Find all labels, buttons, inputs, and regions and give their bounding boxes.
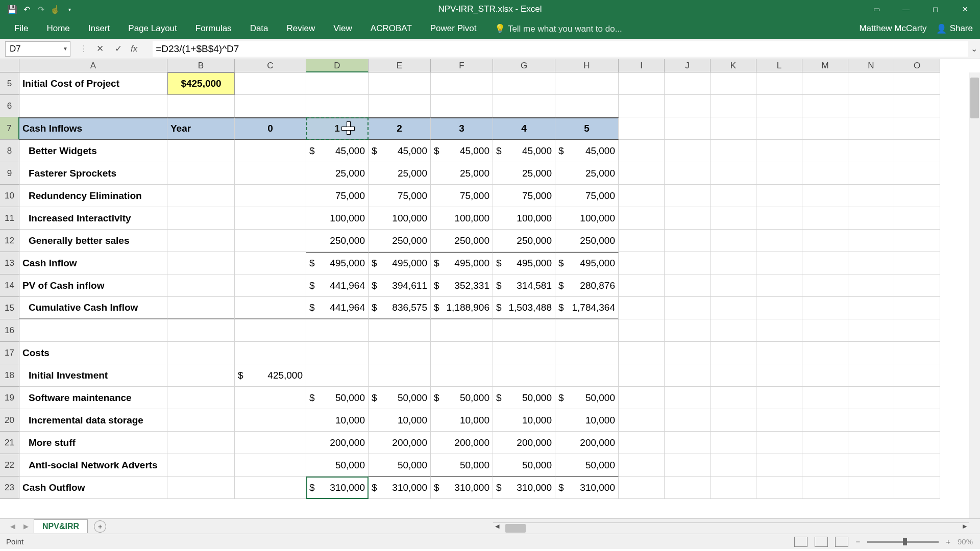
- zoom-out-icon[interactable]: −: [855, 537, 860, 546]
- cell[interactable]: [167, 409, 235, 432]
- cell[interactable]: [802, 162, 848, 185]
- row-header-12[interactable]: 12: [0, 230, 19, 252]
- cell[interactable]: [894, 297, 940, 319]
- cell[interactable]: [167, 230, 235, 252]
- page-layout-view-icon[interactable]: [815, 537, 828, 547]
- cell[interactable]: [802, 117, 848, 140]
- row-header-19[interactable]: 19: [0, 387, 19, 409]
- vertical-scrollbar[interactable]: [969, 72, 980, 518]
- row-header-13[interactable]: 13: [0, 252, 19, 274]
- cell[interactable]: [665, 297, 710, 319]
- cell[interactable]: [235, 387, 306, 409]
- cell[interactable]: [756, 409, 802, 432]
- cell[interactable]: [619, 409, 665, 432]
- cell[interactable]: [802, 274, 848, 297]
- cell[interactable]: [619, 162, 665, 185]
- cell[interactable]: $495,000: [306, 252, 369, 274]
- cell[interactable]: [848, 162, 894, 185]
- formula-input[interactable]: =D23/(1+$B$4)^D7: [153, 41, 968, 57]
- cell[interactable]: [756, 297, 802, 319]
- cell[interactable]: Software maintenance: [19, 387, 167, 409]
- cell[interactable]: 100,000: [306, 207, 369, 230]
- ribbon-display-icon[interactable]: ▭: [862, 0, 891, 18]
- cell[interactable]: 0: [235, 117, 306, 140]
- cell[interactable]: 200,000: [431, 432, 493, 454]
- cell[interactable]: Initial Cost of Project: [19, 72, 167, 95]
- horizontal-scrollbar[interactable]: ◀ ▶: [493, 522, 969, 534]
- cell[interactable]: [306, 364, 369, 387]
- cell[interactable]: $495,000: [555, 252, 619, 274]
- cell[interactable]: [802, 387, 848, 409]
- cell[interactable]: 250,000: [493, 230, 555, 252]
- cell[interactable]: 250,000: [431, 230, 493, 252]
- cell[interactable]: [848, 319, 894, 342]
- row-header-22[interactable]: 22: [0, 454, 19, 477]
- cell[interactable]: $310,000: [306, 477, 369, 499]
- cell[interactable]: $495,000: [493, 252, 555, 274]
- cell[interactable]: 100,000: [431, 207, 493, 230]
- cell[interactable]: [848, 140, 894, 162]
- cell[interactable]: [665, 342, 710, 364]
- cell[interactable]: [235, 342, 306, 364]
- cell[interactable]: [894, 387, 940, 409]
- cell[interactable]: [235, 207, 306, 230]
- cell[interactable]: $314,581: [493, 274, 555, 297]
- cell[interactable]: [894, 454, 940, 477]
- scroll-right-icon[interactable]: ▶: [963, 523, 967, 530]
- cell[interactable]: [894, 95, 940, 117]
- cell[interactable]: [555, 319, 619, 342]
- row-header-10[interactable]: 10: [0, 185, 19, 207]
- cell[interactable]: [710, 230, 756, 252]
- cell[interactable]: [431, 95, 493, 117]
- cell[interactable]: [665, 207, 710, 230]
- cell[interactable]: [619, 477, 665, 499]
- cell[interactable]: [894, 477, 940, 499]
- cell[interactable]: [710, 162, 756, 185]
- cell[interactable]: [802, 364, 848, 387]
- row-header-18[interactable]: 18: [0, 364, 19, 387]
- cell[interactable]: $1,784,364: [555, 297, 619, 319]
- tab-file[interactable]: File: [5, 18, 37, 39]
- cell[interactable]: [431, 319, 493, 342]
- cell[interactable]: [756, 207, 802, 230]
- sheet-nav-next-icon[interactable]: ▶: [20, 522, 32, 530]
- cell[interactable]: [619, 230, 665, 252]
- cell[interactable]: [369, 342, 431, 364]
- expand-formula-bar-icon[interactable]: ⌄: [968, 44, 980, 54]
- cell[interactable]: 75,000: [493, 185, 555, 207]
- cell[interactable]: [710, 387, 756, 409]
- col-header-F[interactable]: F: [431, 59, 493, 72]
- zoom-in-icon[interactable]: +: [946, 537, 950, 546]
- chevron-down-icon[interactable]: ▼: [63, 46, 68, 52]
- name-box[interactable]: D7 ▼: [5, 41, 70, 57]
- cell[interactable]: 10,000: [493, 409, 555, 432]
- cell[interactable]: [235, 454, 306, 477]
- cell[interactable]: [235, 319, 306, 342]
- touch-mode-icon[interactable]: ☝: [50, 4, 60, 14]
- cell[interactable]: [756, 95, 802, 117]
- cell[interactable]: [167, 387, 235, 409]
- cell[interactable]: [19, 319, 167, 342]
- cell[interactable]: [848, 342, 894, 364]
- save-icon[interactable]: 💾: [7, 4, 17, 14]
- cell[interactable]: [167, 274, 235, 297]
- cell[interactable]: [167, 477, 235, 499]
- row-header-15[interactable]: 15: [0, 297, 19, 319]
- cell[interactable]: Generally better sales: [19, 230, 167, 252]
- cell[interactable]: [167, 432, 235, 454]
- cell[interactable]: [665, 454, 710, 477]
- cell[interactable]: 1: [306, 117, 369, 140]
- cell[interactable]: 5: [555, 117, 619, 140]
- cell[interactable]: [848, 364, 894, 387]
- cell[interactable]: [167, 140, 235, 162]
- row-header-23[interactable]: 23: [0, 477, 19, 499]
- cell[interactable]: [894, 364, 940, 387]
- cell[interactable]: [894, 342, 940, 364]
- cell[interactable]: 50,000: [431, 454, 493, 477]
- cell[interactable]: [710, 207, 756, 230]
- col-header-O[interactable]: O: [894, 59, 940, 72]
- cell[interactable]: 200,000: [493, 432, 555, 454]
- cell[interactable]: [235, 297, 306, 319]
- cell[interactable]: Year: [167, 117, 235, 140]
- cell[interactable]: [710, 364, 756, 387]
